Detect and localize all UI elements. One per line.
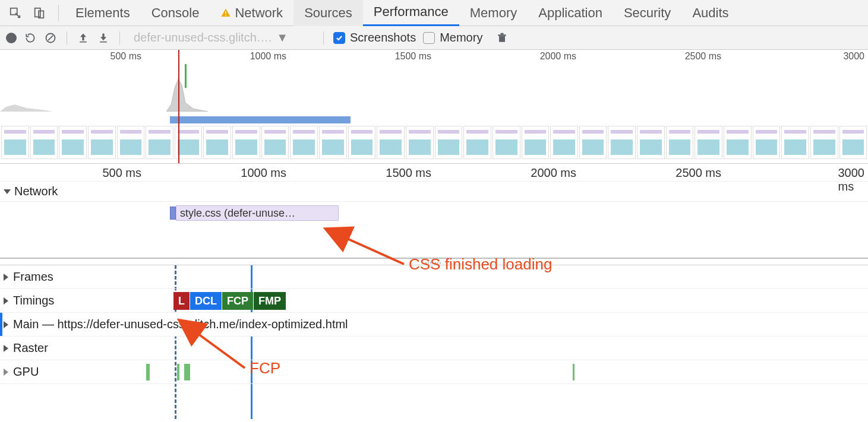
filmstrip-frame[interactable] xyxy=(377,126,405,159)
filmstrip-frame[interactable] xyxy=(753,126,781,159)
filmstrip-frame[interactable] xyxy=(637,126,665,159)
svg-rect-8 xyxy=(499,36,505,42)
performance-toolbar: defer-unused-css.glitch…. ▼ Screenshots … xyxy=(0,26,868,50)
screenshots-checkbox[interactable]: Screenshots xyxy=(333,31,416,45)
frames-row[interactable]: Frames xyxy=(0,265,868,289)
gpu-row[interactable]: GPU xyxy=(0,360,868,384)
filmstrip-frame[interactable] xyxy=(146,126,173,159)
network-waiting-segment xyxy=(170,207,176,220)
tab-memory[interactable]: Memory xyxy=(459,0,528,26)
devtools-tabs: Elements Console Network Sources Perform… xyxy=(0,0,868,26)
clear-icon[interactable] xyxy=(44,31,57,45)
overview-ruler: 500 ms 1000 ms 1500 ms 2000 ms 2500 ms 3… xyxy=(0,50,868,64)
filmstrip-frame[interactable] xyxy=(810,126,838,159)
trash-icon[interactable] xyxy=(495,31,509,45)
detail-ruler: 500 ms 1000 ms 1500 ms 2000 ms 2500 ms 3… xyxy=(0,164,868,182)
svg-marker-12 xyxy=(0,104,53,112)
tab-elements[interactable]: Elements xyxy=(65,0,141,26)
filmstrip-frame[interactable] xyxy=(232,126,260,159)
screenshot-filmstrip[interactable] xyxy=(0,126,868,159)
svg-rect-1 xyxy=(35,8,40,17)
filmstrip-frame[interactable] xyxy=(1,126,29,159)
tab-audits[interactable]: Audits xyxy=(681,0,739,26)
filmstrip-frame[interactable] xyxy=(406,126,434,159)
filmstrip-frame[interactable] xyxy=(117,126,145,159)
filmstrip-frame[interactable] xyxy=(839,126,867,159)
inspect-icon[interactable] xyxy=(5,2,26,24)
filmstrip-frame[interactable] xyxy=(666,126,694,159)
fcp-marker xyxy=(185,64,187,88)
timing-marker-fmp[interactable]: FMP xyxy=(254,292,286,310)
flame-chart[interactable]: Frames Timings L DCL FCP FMP Main — http… xyxy=(0,265,868,419)
tab-console[interactable]: Console xyxy=(141,0,210,26)
recording-dropdown[interactable]: defer-unused-css.glitch…. ▼ xyxy=(130,29,314,47)
tab-sources[interactable]: Sources xyxy=(293,0,363,26)
filmstrip-frame[interactable] xyxy=(88,126,116,159)
reload-icon[interactable] xyxy=(24,31,37,45)
tab-performance[interactable]: Performance xyxy=(363,0,459,26)
filmstrip-frame[interactable] xyxy=(608,126,636,159)
divider xyxy=(119,31,120,45)
overview-selection[interactable] xyxy=(170,116,351,123)
network-request-label: style.css (defer-unuse… xyxy=(176,205,339,221)
checkbox-checked-icon xyxy=(333,32,345,44)
filmstrip-frame[interactable] xyxy=(59,126,87,159)
filmstrip-frame[interactable] xyxy=(348,126,376,159)
svg-rect-10 xyxy=(501,33,504,34)
warning-icon xyxy=(220,8,231,18)
filmstrip-frame[interactable] xyxy=(493,126,520,159)
network-panel[interactable]: Network style.css (defer-unuse… xyxy=(0,182,868,259)
device-toggle-icon[interactable] xyxy=(29,2,50,24)
svg-rect-6 xyxy=(80,41,87,42)
filmstrip-frame[interactable] xyxy=(550,126,578,159)
timing-marker-dcl[interactable]: DCL xyxy=(190,292,222,310)
svg-rect-4 xyxy=(226,15,227,16)
filmstrip-frame[interactable] xyxy=(781,126,809,159)
filmstrip-frame[interactable] xyxy=(724,126,752,159)
timings-row[interactable]: Timings L DCL FCP FMP xyxy=(0,289,868,313)
timing-marker-load[interactable]: L xyxy=(173,292,190,310)
upload-icon[interactable] xyxy=(77,31,90,45)
chevron-right-icon xyxy=(4,345,8,352)
filmstrip-frame[interactable] xyxy=(319,126,347,159)
filmstrip-frame[interactable] xyxy=(30,126,58,159)
network-section-header[interactable]: Network xyxy=(0,182,868,202)
divider xyxy=(58,5,59,21)
checkbox-unchecked-icon xyxy=(423,32,435,44)
load-marker xyxy=(178,50,179,163)
chevron-right-icon xyxy=(4,297,8,304)
filmstrip-frame[interactable] xyxy=(261,126,289,159)
tab-application[interactable]: Application xyxy=(528,0,613,26)
svg-rect-3 xyxy=(226,11,227,14)
dropdown-label: defer-unused-css.glitch…. xyxy=(134,31,272,45)
download-icon[interactable] xyxy=(97,31,110,45)
gpu-task[interactable] xyxy=(177,364,179,380)
filmstrip-frame[interactable] xyxy=(579,126,607,159)
network-request-bar[interactable]: style.css (defer-unuse… xyxy=(170,205,339,221)
detail-panels: 500 ms 1000 ms 1500 ms 2000 ms 2500 ms 3… xyxy=(0,164,868,422)
main-thread-row[interactable]: Main — https://defer-unused-css.glitch.m… xyxy=(0,313,868,337)
tab-network[interactable]: Network xyxy=(210,0,293,26)
record-button[interactable] xyxy=(6,33,17,43)
filmstrip-frame[interactable] xyxy=(290,126,318,159)
svg-rect-7 xyxy=(100,41,107,42)
tab-security[interactable]: Security xyxy=(613,0,681,26)
panel-splitter[interactable]: ⋯⋯ xyxy=(0,259,868,265)
cpu-chart xyxy=(0,64,868,112)
chevron-right-icon xyxy=(4,369,8,376)
chevron-down-icon: ▼ xyxy=(276,31,288,45)
gpu-task[interactable] xyxy=(184,364,190,380)
raster-row[interactable]: Raster xyxy=(0,337,868,360)
filmstrip-frame[interactable] xyxy=(463,126,491,159)
timing-marker-fcp[interactable]: FCP xyxy=(222,292,253,310)
filmstrip-frame[interactable] xyxy=(695,126,722,159)
chevron-right-icon xyxy=(4,321,8,328)
memory-checkbox[interactable]: Memory xyxy=(423,31,482,45)
overview-timeline[interactable]: 500 ms 1000 ms 1500 ms 2000 ms 2500 ms 3… xyxy=(0,50,868,164)
filmstrip-frame[interactable] xyxy=(203,126,231,159)
filmstrip-frame[interactable] xyxy=(522,126,550,159)
svg-rect-9 xyxy=(498,34,506,36)
gpu-task[interactable] xyxy=(573,364,575,380)
gpu-task[interactable] xyxy=(146,364,150,380)
filmstrip-frame[interactable] xyxy=(435,126,463,159)
